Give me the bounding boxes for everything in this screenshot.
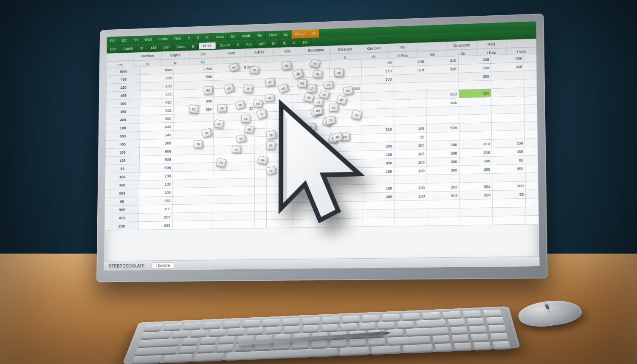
cell[interactable] bbox=[426, 81, 459, 90]
cell[interactable]: 480 bbox=[140, 98, 173, 107]
cell[interactable]: 108 bbox=[394, 57, 426, 67]
column-header[interactable]: Ro bbox=[389, 43, 418, 51]
cell[interactable] bbox=[459, 114, 491, 123]
ribbon-tab[interactable]: Sfoup bbox=[291, 30, 308, 39]
ribbon-command[interactable]: Delol bbox=[199, 42, 216, 50]
row-header[interactable]: 959 bbox=[105, 205, 139, 214]
cell[interactable] bbox=[491, 96, 524, 105]
cell[interactable] bbox=[172, 220, 213, 229]
cell[interactable]: 358 bbox=[491, 62, 524, 72]
cell[interactable]: 180 bbox=[139, 180, 172, 189]
cell[interactable] bbox=[524, 79, 537, 88]
row-header[interactable]: Iuks bbox=[107, 67, 141, 76]
column-header[interactable]: Mashen bbox=[134, 52, 162, 60]
ribbon-tab[interactable]: hb bbox=[130, 36, 141, 44]
cell[interactable]: 308 bbox=[492, 181, 525, 191]
ribbon-command[interactable]: Er bbox=[269, 39, 279, 48]
cell[interactable]: 508 bbox=[139, 188, 172, 197]
column-header[interactable]: Eleauatt bbox=[331, 45, 360, 54]
ribbon-tab[interactable]: far bbox=[228, 32, 239, 41]
row-header[interactable]: 108 bbox=[105, 181, 139, 189]
cell[interactable]: 000 bbox=[140, 106, 173, 115]
cell[interactable]: 358 bbox=[492, 147, 525, 157]
cell[interactable] bbox=[524, 87, 537, 96]
cell[interactable]: 228 bbox=[458, 55, 491, 65]
cell[interactable] bbox=[172, 204, 213, 213]
ribbon-command[interactable]: Aur bbox=[243, 40, 256, 48]
cell[interactable] bbox=[213, 170, 255, 179]
ribbon-tab[interactable]: X bbox=[184, 34, 194, 42]
cell[interactable]: 05d bbox=[426, 90, 459, 99]
ribbon-command[interactable]: Lter bbox=[160, 43, 173, 51]
cell[interactable] bbox=[493, 207, 526, 216]
cell[interactable] bbox=[491, 88, 524, 97]
cell[interactable] bbox=[172, 187, 213, 196]
cell[interactable] bbox=[525, 164, 538, 173]
cell[interactable] bbox=[491, 104, 524, 114]
cell[interactable] bbox=[459, 199, 493, 208]
cell[interactable] bbox=[526, 181, 538, 190]
cell[interactable]: 318 bbox=[426, 56, 459, 65]
cell[interactable] bbox=[426, 132, 459, 141]
cell[interactable]: 508 bbox=[426, 166, 459, 175]
cell[interactable] bbox=[173, 163, 214, 172]
cell[interactable] bbox=[330, 76, 362, 85]
cell[interactable]: 143 bbox=[140, 131, 173, 140]
cell[interactable] bbox=[493, 198, 526, 207]
ribbon-command[interactable]: Catr bbox=[107, 45, 120, 54]
cell[interactable] bbox=[213, 212, 254, 220]
cell[interactable]: 208 bbox=[427, 183, 459, 192]
cell[interactable]: 53 bbox=[493, 190, 526, 199]
cell[interactable]: 500 bbox=[140, 114, 173, 123]
cell[interactable] bbox=[524, 96, 537, 105]
cell[interactable] bbox=[459, 122, 492, 132]
cell[interactable]: 508 bbox=[426, 123, 459, 133]
column-header[interactable]: Adcks bbox=[245, 48, 274, 56]
cell[interactable]: 100 bbox=[139, 205, 172, 214]
cell[interactable] bbox=[526, 215, 539, 224]
cell[interactable] bbox=[524, 113, 537, 122]
row-header[interactable]: 220 bbox=[106, 83, 140, 92]
cell[interactable] bbox=[427, 200, 459, 209]
cell[interactable] bbox=[172, 212, 213, 221]
cell[interactable]: 518 bbox=[394, 65, 426, 75]
cell[interactable]: 240 bbox=[459, 156, 492, 166]
cell[interactable] bbox=[213, 203, 255, 212]
cell[interactable]: 239 bbox=[458, 63, 491, 73]
ribbon-command[interactable]: 68T bbox=[255, 40, 268, 48]
cell[interactable]: 318 bbox=[426, 65, 459, 74]
cell[interactable]: aus bbox=[426, 98, 459, 107]
column-header[interactable]: Elu bbox=[189, 50, 217, 58]
cell[interactable]: 280 bbox=[141, 82, 174, 90]
ribbon-tab[interactable]: Insdr bbox=[239, 31, 254, 40]
column-header[interactable] bbox=[418, 42, 447, 51]
row-header[interactable]: 100 bbox=[106, 123, 140, 132]
cell[interactable] bbox=[525, 130, 538, 139]
ribbon-tab[interactable]: Wud bbox=[141, 35, 155, 44]
ribbon-command[interactable]: Ooum bbox=[217, 41, 234, 50]
row-header[interactable]: 98 bbox=[105, 197, 139, 206]
cell[interactable]: 008 bbox=[139, 213, 172, 222]
cell[interactable]: 38 bbox=[361, 58, 393, 68]
row-header[interactable]: 495 bbox=[106, 91, 140, 100]
cell[interactable]: Ioes bbox=[141, 65, 174, 75]
cell[interactable] bbox=[492, 173, 525, 182]
cell[interactable] bbox=[524, 104, 537, 113]
cell[interactable] bbox=[526, 198, 538, 207]
cell[interactable]: 249 bbox=[459, 148, 492, 157]
cell[interactable] bbox=[172, 196, 213, 205]
row-header[interactable]: E35 bbox=[104, 222, 139, 231]
cell[interactable] bbox=[267, 70, 293, 79]
column-header[interactable] bbox=[506, 39, 536, 48]
cell[interactable] bbox=[491, 79, 524, 89]
ribbon-command[interactable]: B bbox=[189, 42, 198, 51]
ribbon-tab[interactable]: bx bbox=[281, 30, 292, 39]
row-header[interactable]: 853 bbox=[105, 189, 139, 198]
cell[interactable]: 989 bbox=[139, 196, 173, 205]
cell[interactable] bbox=[330, 59, 362, 69]
cell[interactable] bbox=[426, 73, 459, 82]
cell[interactable] bbox=[213, 220, 254, 229]
ribbon-tab[interactable]: PG bbox=[107, 37, 118, 45]
cell[interactable]: 558 bbox=[458, 72, 491, 81]
cell[interactable] bbox=[459, 131, 492, 140]
